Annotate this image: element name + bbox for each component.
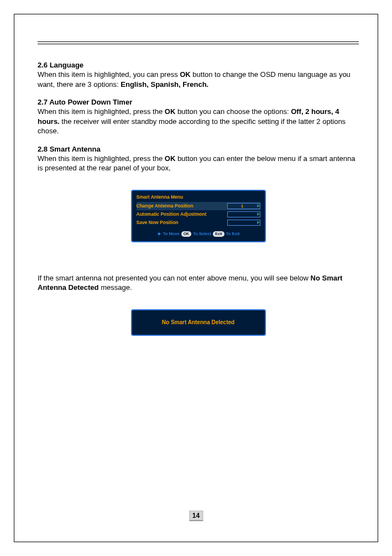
no-smart-antenna-osd: No Smart Antenna Delected — [131, 309, 266, 336]
page-number: 14 — [189, 511, 203, 521]
section-2-8-body: When this item is highlighted, press the… — [38, 154, 359, 173]
footer-text: To Select — [193, 231, 211, 236]
text: If the smart antenna not presented you c… — [38, 274, 311, 282]
text: the receiver will enter standby mode acc… — [38, 117, 346, 136]
osd-footer: ✦ To Move OK To Select Exit To Exit — [137, 231, 260, 237]
osd-title: Smart Antenna Menu — [137, 194, 260, 200]
osd-row-save-position[interactable]: Save Now Position — [137, 219, 260, 227]
section-2-8-title: 2.8 Smart Antenna — [38, 145, 359, 153]
section-2-6-body: When this item is highlighted, you can p… — [38, 70, 359, 89]
move-arrows-icon: ✦ — [157, 231, 161, 237]
ok-label: OK — [180, 70, 191, 79]
ok-pill: OK — [181, 231, 192, 237]
osd-row-label: Save Now Position — [137, 220, 225, 225]
chevron-right-icon — [257, 221, 260, 224]
section-2-6-title: 2.6 Language — [38, 61, 359, 69]
ok-label: OK — [165, 107, 176, 116]
osd-row-label: Change Antenna Position — [137, 203, 225, 209]
osd-value-field[interactable] — [227, 220, 260, 226]
osd-row-label: Automatic Position Adjustmont — [137, 211, 225, 217]
chevron-right-icon — [257, 212, 260, 216]
ok-label: OK — [165, 154, 176, 163]
exit-pill: Exit — [213, 231, 224, 237]
osd-value-field[interactable]: 1 — [227, 203, 260, 209]
mid-paragraph: If the smart antenna not presented you c… — [38, 273, 359, 293]
text: When this item is highlighted, you can p… — [38, 70, 180, 79]
text: When this item is highlighted, press the — [38, 154, 165, 163]
chevron-right-icon — [257, 204, 260, 207]
smart-antenna-menu-osd: Smart Antenna Menu Change Antenna Positi… — [131, 190, 266, 242]
lang-options: English, Spanish, French. — [121, 80, 208, 89]
page-content: 2.6 Language When this item is highlight… — [38, 41, 359, 336]
footer-text: To Move — [163, 231, 180, 236]
osd-row-change-position[interactable]: Change Antenna Position 1 — [137, 202, 260, 210]
osd-row-auto-adjust[interactable]: Automatic Position Adjustmont — [137, 210, 260, 219]
osd-value-field[interactable] — [227, 211, 260, 217]
no-detect-text: No Smart Antenna Delected — [162, 319, 234, 325]
divider-top-2 — [38, 44, 359, 44]
text: message. — [99, 283, 132, 292]
footer-text: To Exit — [226, 231, 239, 236]
text: When this item is highlighted, press the — [38, 107, 165, 116]
osd-value: 1 — [228, 204, 257, 209]
divider-top-1 — [38, 41, 359, 42]
section-2-7-body: When this item is highlighted, press the… — [38, 107, 359, 136]
text: button you can choose the options: — [175, 107, 291, 116]
section-2-7-title: 2.7 Auto Power Down Timer — [38, 98, 359, 106]
